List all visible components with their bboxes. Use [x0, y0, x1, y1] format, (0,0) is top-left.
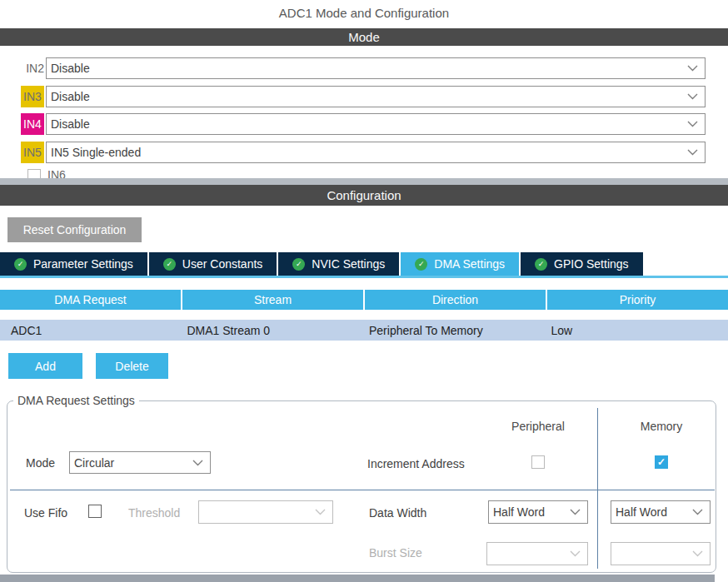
configuration-section-title: Configuration [327, 188, 401, 202]
tab-label: User Constants [182, 257, 262, 271]
data-width-memory-select[interactable]: Half Word [611, 500, 711, 524]
mode-section-header: Mode [0, 28, 728, 46]
check-badge-icon: ✓ [535, 258, 547, 271]
tab-user-constants[interactable]: ✓ User Constants [149, 252, 277, 276]
check-badge-icon: ✓ [163, 258, 176, 271]
channel-label-in4: IN4 [21, 113, 44, 135]
delete-button[interactable]: Delete [96, 353, 168, 379]
bottom-section-bar [0, 575, 715, 582]
channel-select-in4[interactable]: Disable [46, 113, 706, 135]
burst-size-memory-select [611, 542, 711, 565]
mode-pane-scrollbar[interactable] [0, 178, 728, 185]
tab-dma-settings[interactable]: ✓ DMA Settings [401, 252, 519, 276]
channel-label-in3: IN3 [21, 86, 44, 107]
channel-select-in3[interactable]: Disable [46, 86, 706, 107]
chevron-down-icon [570, 509, 581, 515]
cell-priority: Low [546, 320, 728, 341]
settings-row-divider [10, 490, 715, 490]
check-badge-icon: ✓ [292, 258, 305, 271]
tab-bar-underline [0, 276, 728, 278]
channel-label-in2: IN2 [21, 57, 44, 79]
peripheral-column-header: Peripheral [484, 420, 592, 433]
column-header-priority: Priority [547, 290, 728, 310]
tab-nvic-settings[interactable]: ✓ NVIC Settings [278, 252, 399, 276]
check-badge-icon: ✓ [14, 258, 27, 271]
reset-configuration-button[interactable]: Reset Configuration [7, 217, 142, 242]
channel-select-in5-value: IN5 Single-ended [51, 146, 141, 159]
mode-select[interactable]: Circular [69, 451, 211, 474]
page-title: ADC1 Mode and Configuration [0, 6, 728, 20]
tab-gpio-settings[interactable]: ✓ GPIO Settings [521, 252, 642, 276]
channel-label-in6: IN6 [47, 168, 66, 178]
chevron-down-icon [687, 93, 698, 100]
adc1-config-panel: ADC1 Mode and Configuration Mode IN2 Dis… [0, 0, 728, 582]
use-fifo-label: Use Fifo [24, 506, 67, 520]
channel-select-in4-value: Disable [51, 117, 90, 131]
chevron-down-icon [687, 121, 698, 127]
tab-label: Parameter Settings [33, 257, 133, 271]
chevron-down-icon [692, 509, 703, 515]
tab-label: GPIO Settings [554, 257, 628, 271]
data-width-label: Data Width [369, 506, 426, 520]
dma-request-settings-group: Peripheral Memory Mode Circular Incremen… [7, 400, 716, 573]
channel-select-in2-value: Disable [51, 62, 90, 75]
check-badge-icon: ✓ [415, 258, 427, 271]
chevron-down-icon [315, 509, 326, 515]
column-header-stream: Stream [182, 290, 363, 310]
threshold-select [198, 500, 333, 524]
configuration-section-header: Configuration [0, 185, 728, 206]
settings-tab-bar: ✓ Parameter Settings ✓ User Constants ✓ … [0, 252, 645, 276]
channel-select-in3-value: Disable [51, 90, 90, 103]
cell-stream: DMA1 Stream 0 [182, 320, 365, 341]
data-width-memory-value: Half Word [616, 505, 667, 519]
chevron-down-icon [687, 65, 698, 72]
column-header-direction: Direction [365, 290, 546, 310]
mode-label: Mode [26, 456, 55, 470]
chevron-down-icon [570, 550, 581, 557]
chevron-down-icon [692, 550, 703, 557]
burst-size-label: Burst Size [369, 546, 422, 560]
threshold-label: Threshold [128, 506, 180, 520]
table-row[interactable]: ADC1 DMA1 Stream 0 Peripheral To Memory … [0, 320, 728, 341]
tab-label: NVIC Settings [312, 257, 385, 271]
data-width-peripheral-select[interactable]: Half Word [488, 500, 588, 524]
add-button[interactable]: Add [8, 353, 82, 379]
tab-parameter-settings[interactable]: ✓ Parameter Settings [0, 252, 147, 276]
burst-size-peripheral-select [486, 542, 588, 565]
mode-select-value: Circular [74, 456, 114, 470]
mode-section-title: Mode [348, 30, 380, 44]
data-width-peripheral-value: Half Word [493, 505, 545, 519]
increment-address-label: Increment Address [367, 457, 465, 470]
check-icon: ✓ [657, 456, 666, 468]
tab-label: DMA Settings [434, 257, 505, 271]
dma-table-header: DMA Request Stream Direction Priority [0, 290, 728, 310]
increment-address-peripheral-checkbox[interactable] [531, 455, 545, 469]
peripheral-memory-divider [597, 408, 598, 569]
channel-row-in6-clipped: IN6 [0, 168, 250, 178]
cell-direction: Peripheral To Memory [364, 320, 546, 341]
channel-select-in2[interactable]: Disable [46, 57, 706, 79]
in6-checkbox[interactable] [27, 169, 41, 178]
cell-dma-request: ADC1 [0, 320, 182, 341]
memory-column-header: Memory [607, 420, 716, 433]
use-fifo-checkbox[interactable] [88, 505, 102, 518]
channel-label-in5: IN5 [21, 142, 44, 163]
chevron-down-icon [192, 460, 203, 466]
channel-select-in5[interactable]: IN5 Single-ended [46, 142, 706, 163]
column-header-dma-request: DMA Request [0, 290, 181, 310]
chevron-down-icon [687, 149, 698, 156]
dma-request-settings-legend: DMA Request Settings [13, 394, 139, 407]
increment-address-memory-checkbox[interactable]: ✓ [655, 455, 668, 469]
